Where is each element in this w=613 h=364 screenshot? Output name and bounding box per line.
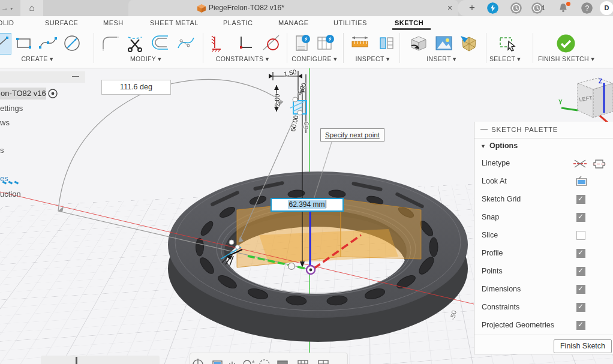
new-tab-icon[interactable]: + bbox=[466, 0, 478, 16]
recent-icon[interactable] bbox=[510, 2, 522, 14]
display-settings-icon bbox=[278, 361, 287, 364]
sketch-selection-ticks bbox=[2, 182, 20, 186]
configuration-table-icon[interactable] bbox=[315, 34, 335, 53]
row-label-dimensions: Dimensions bbox=[482, 285, 521, 293]
title-bar: → ▾ ⌂ PiegeFrelon-TO82 v16* × + 1 ? D bbox=[0, 0, 613, 16]
grid-label-50: 50 bbox=[302, 121, 310, 130]
tab-mesh[interactable]: MESH bbox=[103, 16, 124, 30]
document-tab[interactable] bbox=[128, 0, 458, 16]
home-button[interactable]: ⌂ bbox=[20, 0, 43, 16]
look-at-icon[interactable] bbox=[575, 176, 588, 186]
viewcube[interactable]: LEFT Z Y bbox=[558, 74, 613, 125]
group-label-create[interactable]: CREATE ▾ bbox=[21, 55, 53, 62]
tab-plastic[interactable]: PLASTIC bbox=[223, 16, 253, 30]
browser-item-origin[interactable]: s bbox=[0, 146, 4, 155]
row-label-slice: Slice bbox=[482, 231, 498, 239]
snap-checkbox[interactable] bbox=[576, 213, 585, 222]
group-label-insert[interactable]: INSERT ▾ bbox=[426, 55, 456, 62]
select-tool-icon[interactable] bbox=[498, 34, 517, 53]
perpendicular-constraint-icon[interactable] bbox=[235, 34, 254, 53]
browser-minimize-button[interactable]: — bbox=[72, 71, 82, 83]
tab-surface[interactable]: SURFACE bbox=[45, 16, 78, 30]
finish-sketch-button[interactable]: Finish Sketch bbox=[554, 339, 612, 353]
document-active-icon[interactable] bbox=[48, 89, 58, 99]
angle-dimension-box[interactable]: 111.6 deg bbox=[101, 80, 171, 95]
group-label-constraints[interactable]: CONSTRAINTS ▾ bbox=[216, 55, 269, 62]
group-label-modify[interactable]: MODIFY ▾ bbox=[130, 55, 161, 62]
section-analysis-icon[interactable] bbox=[377, 34, 396, 53]
timeline-playhead[interactable] bbox=[76, 357, 77, 364]
row-label-constraints: Constraints bbox=[482, 303, 519, 311]
edit-spline-icon[interactable] bbox=[176, 34, 196, 53]
projected-geometries-checkbox[interactable] bbox=[576, 321, 585, 330]
profile-checkbox[interactable] bbox=[576, 249, 585, 258]
ribbon-toolbar: CREATE ▾ MODIFY ▾ CONSTRAINTS ▾ CONFIGUR… bbox=[0, 30, 613, 68]
row-label-projected-geometries: Projected Geometries bbox=[482, 321, 554, 329]
insert-mesh-icon[interactable] bbox=[459, 34, 479, 53]
palette-title: SKETCH PALETTE bbox=[491, 126, 558, 133]
dimension-input[interactable]: 62.394 mm bbox=[271, 198, 344, 212]
user-avatar[interactable]: D bbox=[600, 1, 613, 15]
points-checkbox[interactable] bbox=[576, 267, 585, 276]
sketch-palette-panel: — SKETCH PALETTE ▼Options Linetype Look … bbox=[474, 122, 613, 354]
row-label-profile: Profile bbox=[482, 249, 503, 257]
dimensions-checkbox[interactable] bbox=[576, 285, 585, 294]
row-label-snap: Snap bbox=[482, 213, 499, 221]
pending-jobs-count: 1 bbox=[542, 4, 545, 11]
offset-tool-icon[interactable] bbox=[151, 34, 170, 53]
group-label-inspect[interactable]: INSPECT ▾ bbox=[355, 55, 389, 62]
ribbon-tab-bar: SOLID SURFACE MESH SHEET METAL PLASTIC M… bbox=[0, 16, 613, 30]
tab-solid[interactable]: SOLID bbox=[0, 16, 14, 30]
grid-settings-icon bbox=[298, 360, 308, 364]
slice-checkbox[interactable] bbox=[576, 231, 585, 240]
row-label-points: Points bbox=[482, 267, 503, 275]
viewcube-z-label: Z bbox=[599, 78, 602, 85]
configure-feature-icon[interactable] bbox=[292, 34, 311, 53]
navigation-toolbar[interactable]: ± bbox=[190, 353, 348, 364]
prompt-tooltip: Specify next point bbox=[320, 128, 384, 142]
browser-item-construction[interactable]: uction bbox=[0, 189, 21, 198]
spline-tool-icon[interactable] bbox=[38, 34, 58, 53]
job-status-icon[interactable] bbox=[487, 2, 498, 14]
row-label-look-at: Look At bbox=[482, 177, 507, 185]
notification-dot bbox=[566, 2, 570, 6]
browser-item-document[interactable]: on-TO82 v16 bbox=[1, 89, 46, 98]
browser-item-views[interactable]: ws bbox=[0, 118, 10, 127]
rectangle-tool-icon[interactable] bbox=[14, 34, 34, 53]
tab-close-icon[interactable]: × bbox=[444, 0, 456, 16]
viewcube-y-label: Y bbox=[558, 99, 563, 106]
palette-minimize-button[interactable]: — bbox=[480, 125, 488, 133]
timeline-strip[interactable] bbox=[41, 356, 160, 364]
dim-label-2-00: 2.00 bbox=[274, 94, 281, 107]
browser-item-settings[interactable]: ettings bbox=[0, 104, 23, 113]
document-title: PiegeFrelon-TO82 v16* bbox=[209, 0, 284, 16]
tab-utilities[interactable]: UTILITIES bbox=[333, 16, 367, 30]
palette-options-section[interactable]: ▼Options bbox=[480, 142, 518, 150]
sketch-grid-checkbox[interactable] bbox=[576, 195, 585, 204]
group-label-configure[interactable]: CONFIGURE ▾ bbox=[292, 55, 337, 62]
trim-tool-icon[interactable] bbox=[126, 34, 145, 53]
line-tool-active[interactable] bbox=[0, 33, 11, 55]
tab-manage[interactable]: MANAGE bbox=[278, 16, 309, 30]
fillet-tool-icon[interactable] bbox=[101, 34, 120, 53]
svg-text:±: ± bbox=[252, 359, 255, 364]
help-icon[interactable]: ? bbox=[581, 2, 593, 14]
document-cube-icon bbox=[197, 4, 206, 13]
construction-linetype-icon[interactable] bbox=[573, 158, 587, 170]
nav-forward-icon[interactable]: → ▾ bbox=[1, 0, 13, 16]
row-label-linetype: Linetype bbox=[482, 159, 510, 167]
group-label-finish-sketch[interactable]: FINISH SKETCH ▾ bbox=[538, 55, 594, 62]
zoom-icon bbox=[244, 360, 251, 364]
vertical-constraint-icon[interactable] bbox=[209, 34, 228, 53]
centerline-linetype-icon[interactable] bbox=[592, 158, 606, 170]
group-label-select[interactable]: SELECT ▾ bbox=[489, 55, 521, 62]
circle-diameter-tool-icon[interactable] bbox=[62, 34, 82, 53]
constraints-checkbox[interactable] bbox=[576, 303, 585, 312]
insert-image-icon[interactable] bbox=[434, 34, 453, 53]
insert-derive-icon[interactable] bbox=[409, 34, 428, 53]
fit-icon bbox=[260, 360, 269, 364]
measure-icon[interactable] bbox=[350, 34, 369, 53]
tangent-constraint-icon[interactable] bbox=[262, 34, 281, 53]
finish-sketch-icon[interactable] bbox=[557, 34, 575, 53]
tab-sheet-metal[interactable]: SHEET METAL bbox=[150, 16, 199, 30]
